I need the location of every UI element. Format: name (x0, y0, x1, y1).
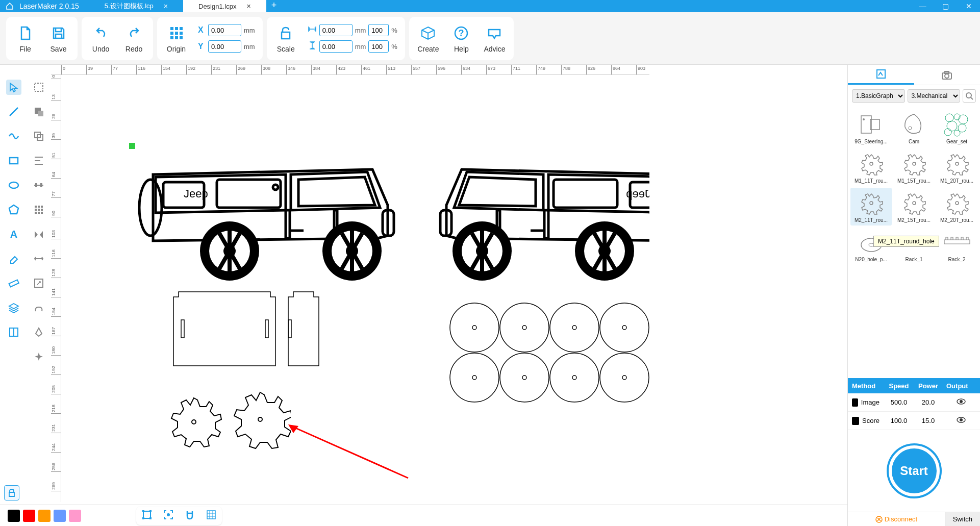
part-9gsteering[interactable]: 9G_Steering... (850, 109, 892, 147)
minimize-button[interactable]: — (911, 2, 934, 10)
eraser-tool[interactable] (6, 251, 21, 266)
tab-close-icon[interactable]: × (246, 2, 250, 10)
curve-tool[interactable] (6, 129, 21, 144)
focus-tool[interactable] (163, 509, 174, 522)
method-row-score[interactable]: Score100.015.0 (848, 412, 980, 430)
distribute-tool[interactable] (31, 178, 46, 193)
close-button[interactable]: ✕ (957, 2, 980, 10)
grid-tool[interactable] (6, 324, 21, 340)
part-m111trou[interactable]: M1_11T_rou... (850, 148, 892, 186)
create-button[interactable]: Create (417, 24, 440, 53)
gears[interactable] (163, 391, 291, 453)
svg-point-158 (863, 118, 865, 120)
svg-point-170 (870, 202, 873, 205)
measure-tool[interactable] (31, 251, 46, 266)
search-button[interactable] (963, 89, 976, 103)
bound-tool[interactable] (141, 509, 153, 522)
width-input[interactable] (319, 24, 353, 36)
part-m220trou[interactable]: M2_20T_rou... (936, 188, 977, 226)
library-tab[interactable] (848, 65, 914, 85)
svg-line-155 (971, 97, 973, 99)
width-pct-input[interactable] (368, 24, 389, 36)
box-template[interactable] (171, 289, 334, 373)
switch-button[interactable]: Switch (945, 512, 980, 526)
camera-tab[interactable] (914, 65, 981, 85)
jeep-drawing-left[interactable]: Jeep (133, 149, 413, 282)
spark-tool[interactable] (31, 349, 46, 364)
undo-button[interactable]: Undo (89, 24, 112, 53)
color-swatch[interactable] (54, 510, 66, 522)
help-button[interactable]: ? Help (450, 24, 473, 53)
scale-button[interactable]: Scale (274, 24, 297, 53)
disconnect-button[interactable]: Disconnect (848, 512, 945, 526)
tab-template[interactable]: 5.设计图模板.lcp × (89, 0, 183, 12)
svg-point-47 (139, 180, 162, 236)
height-pct-input[interactable] (368, 40, 389, 53)
magnet-tool[interactable] (184, 509, 195, 522)
part-rack2[interactable]: Rack_2 (936, 227, 977, 265)
tab-design1[interactable]: Design1.lcpx × (183, 0, 266, 12)
part-cam[interactable]: Cam (893, 109, 935, 147)
text-tool[interactable]: A (6, 227, 21, 242)
svg-rect-8 (180, 36, 183, 39)
svg-rect-21 (38, 111, 43, 116)
svg-rect-30 (35, 206, 37, 208)
eye-icon[interactable] (942, 397, 980, 408)
scale-group-tool[interactable] (31, 275, 46, 291)
lock-button[interactable] (4, 485, 19, 500)
part-gearset[interactable]: Gear_set (936, 109, 977, 147)
part-m211trou[interactable]: M2_11T_rou... (850, 188, 892, 226)
ruler-tool[interactable] (6, 275, 21, 291)
svg-point-114 (600, 353, 649, 402)
file-button[interactable]: File (14, 24, 37, 53)
lock-icon (277, 24, 295, 42)
color-swatch[interactable] (23, 510, 35, 522)
weld-tool[interactable] (31, 300, 46, 315)
color-swatch[interactable] (38, 510, 51, 522)
line-tool[interactable] (6, 104, 21, 119)
svg-rect-19 (35, 83, 43, 91)
polygon-tool[interactable] (6, 202, 21, 217)
jeep-drawing-right[interactable]: Jeep (421, 149, 649, 282)
maximize-button[interactable]: ▢ (934, 2, 957, 10)
category1-dropdown[interactable]: 1.BasicGraph (852, 89, 905, 103)
svg-point-101 (472, 325, 476, 330)
category2-dropdown[interactable]: 3.Mechanical (908, 89, 961, 103)
add-tab-button[interactable]: + (266, 0, 282, 12)
array-tool[interactable] (31, 202, 46, 217)
redo-label: Redo (125, 45, 142, 53)
method-row-image[interactable]: Image500.020.0 (848, 393, 980, 412)
part-m115trou[interactable]: M1_15T_rou... (893, 148, 935, 186)
duplicate-tool[interactable] (31, 129, 46, 144)
part-name: M2_20T_rou... (937, 217, 976, 223)
tab-close-icon[interactable]: × (164, 2, 168, 10)
wheel-circles[interactable] (449, 302, 649, 409)
start-button[interactable]: Start (889, 445, 940, 496)
height-input[interactable] (319, 40, 353, 53)
grid-view-tool[interactable] (206, 509, 217, 522)
advice-button[interactable]: Advice (483, 24, 506, 53)
redo-button[interactable]: Redo (122, 24, 145, 53)
color-swatch[interactable] (8, 510, 20, 522)
marquee-tool[interactable] (31, 80, 46, 95)
pen-tool[interactable] (31, 324, 46, 340)
canvas[interactable]: Jeep Jeep (61, 75, 649, 502)
origin-button[interactable]: Origin (165, 24, 188, 53)
color-swatch[interactable] (69, 510, 81, 522)
combine-tool[interactable] (31, 104, 46, 119)
part-m120trou[interactable]: M1_20T_rou... (936, 148, 977, 186)
home-icon[interactable] (4, 1, 15, 12)
layers-tool[interactable] (6, 300, 21, 315)
align-tool[interactable] (31, 153, 46, 168)
rect-tool[interactable] (6, 153, 21, 168)
width-icon (308, 24, 317, 36)
ellipse-tool[interactable] (6, 178, 21, 193)
x-input[interactable] (208, 24, 241, 36)
y-input[interactable] (208, 40, 241, 53)
mirror-tool[interactable] (31, 227, 46, 242)
save-button[interactable]: Save (47, 24, 70, 53)
select-tool[interactable] (6, 80, 21, 95)
part-m215trou[interactable]: M2_15T_rou... (893, 188, 935, 226)
eye-icon[interactable] (942, 415, 980, 426)
part-name: 9G_Steering... (851, 139, 891, 144)
